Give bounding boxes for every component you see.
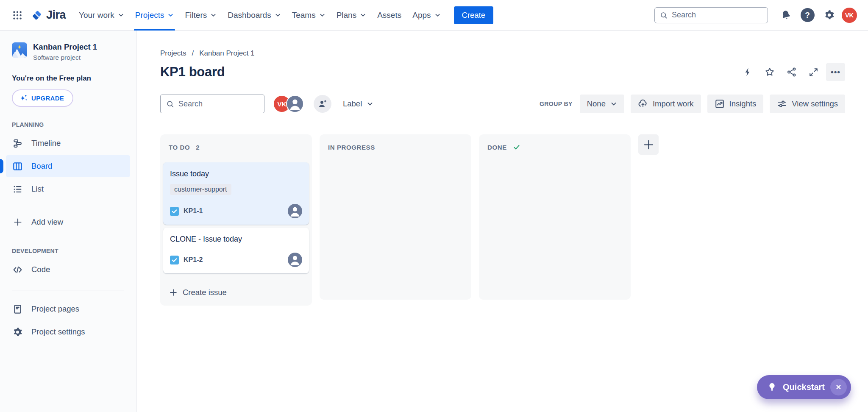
plus-icon bbox=[12, 217, 23, 227]
settings-button[interactable] bbox=[820, 6, 838, 24]
issue-key: KP1-2 bbox=[184, 256, 203, 264]
fullscreen-button[interactable] bbox=[804, 63, 823, 81]
add-view-button[interactable]: Add view bbox=[6, 211, 130, 233]
chevron-down-icon bbox=[367, 100, 373, 107]
share-button[interactable] bbox=[782, 63, 801, 81]
chevron-down-icon bbox=[610, 100, 617, 107]
nav-apps[interactable]: Apps bbox=[407, 0, 446, 31]
sidebar-item-label: Board bbox=[31, 161, 52, 171]
column-name: IN PROGRESS bbox=[328, 144, 375, 151]
add-people-button[interactable] bbox=[314, 95, 331, 113]
kanban-board: TO DO 2 Issue today customer-support KP1… bbox=[160, 134, 845, 306]
nav-projects[interactable]: Projects bbox=[130, 0, 180, 31]
issue-key: KP1-1 bbox=[184, 207, 203, 215]
quickstart-label: Quickstart bbox=[783, 382, 825, 392]
app-switcher-button[interactable] bbox=[8, 6, 26, 24]
global-search-input[interactable] bbox=[672, 11, 763, 19]
sidebar-item-label: Timeline bbox=[31, 139, 61, 148]
jira-logo-text: Jira bbox=[46, 8, 66, 22]
nav-item-label: Projects bbox=[135, 11, 164, 20]
sidebar-item-timeline[interactable]: Timeline bbox=[6, 132, 130, 154]
list-icon bbox=[12, 184, 23, 195]
global-search[interactable] bbox=[654, 7, 768, 23]
view-settings-button[interactable]: View settings bbox=[770, 95, 845, 113]
sidebar-item-list[interactable]: List bbox=[6, 178, 130, 200]
issue-card-kp1-1[interactable]: Issue today customer-support KP1-1 bbox=[163, 162, 309, 225]
automation-button[interactable] bbox=[738, 63, 757, 81]
create-button[interactable]: Create bbox=[454, 6, 494, 24]
search-icon bbox=[166, 100, 175, 109]
notifications-button[interactable] bbox=[777, 6, 795, 24]
assignee-avatar[interactable] bbox=[288, 253, 302, 267]
label-filter-text: Label bbox=[343, 99, 362, 109]
avatar-unassigned[interactable] bbox=[286, 95, 304, 113]
task-type-icon bbox=[170, 256, 179, 264]
column-name: DONE bbox=[487, 144, 507, 151]
jira-logo[interactable]: Jira bbox=[31, 8, 66, 22]
nav-item-label: Dashboards bbox=[228, 11, 271, 20]
done-check-icon bbox=[513, 143, 520, 151]
import-work-button[interactable]: Import work bbox=[631, 95, 701, 113]
assignee-avatar[interactable] bbox=[288, 204, 302, 218]
create-issue-button[interactable]: Create issue bbox=[163, 285, 309, 300]
nav-plans[interactable]: Plans bbox=[331, 0, 372, 31]
label-filter-dropdown[interactable]: Label bbox=[343, 99, 373, 109]
upgrade-label: UPGRADE bbox=[31, 95, 64, 102]
upgrade-button[interactable]: UPGRADE bbox=[12, 89, 73, 107]
breadcrumb-projects[interactable]: Projects bbox=[160, 49, 186, 58]
view-settings-label: View settings bbox=[792, 99, 838, 109]
board-search-input[interactable] bbox=[178, 100, 259, 109]
chevron-down-icon bbox=[118, 12, 124, 18]
board-content: Projects / Kanban Project 1 KP1 board bbox=[136, 31, 868, 412]
nav-filters[interactable]: Filters bbox=[179, 0, 222, 31]
insights-chart-icon bbox=[715, 99, 725, 109]
nav-teams[interactable]: Teams bbox=[287, 0, 331, 31]
card-title: Issue today bbox=[170, 170, 302, 178]
more-actions-button[interactable]: ••• bbox=[826, 63, 845, 81]
breadcrumb-project-name[interactable]: Kanban Project 1 bbox=[199, 49, 254, 58]
close-icon[interactable]: ✕ bbox=[830, 379, 847, 395]
sidebar-item-board[interactable]: Board bbox=[6, 155, 130, 177]
chevron-down-icon bbox=[210, 12, 217, 18]
search-icon bbox=[659, 11, 668, 19]
app-grid-icon bbox=[12, 10, 23, 21]
user-avatar[interactable]: VK bbox=[842, 8, 857, 23]
document-icon bbox=[12, 304, 23, 315]
create-issue-label: Create issue bbox=[183, 288, 227, 297]
label-chip[interactable]: customer-support bbox=[170, 184, 231, 195]
sidebar-item-code[interactable]: Code bbox=[6, 259, 130, 281]
board-search[interactable] bbox=[160, 95, 264, 113]
gear-icon bbox=[823, 9, 835, 21]
sidebar-item-project-settings[interactable]: Project settings bbox=[6, 321, 130, 343]
sidebar-item-label: Code bbox=[31, 265, 50, 274]
planning-section: PLANNING Timeline Board List bbox=[0, 121, 136, 233]
project-avatar bbox=[12, 42, 27, 58]
assignee-filter-avatars: VK bbox=[273, 95, 304, 113]
quickstart-button[interactable]: Quickstart ✕ bbox=[757, 375, 851, 399]
timeline-icon bbox=[12, 138, 23, 149]
help-button[interactable]: ? bbox=[798, 6, 816, 24]
add-column-button[interactable] bbox=[638, 134, 659, 155]
nav-your-work[interactable]: Your work bbox=[73, 0, 130, 31]
star-button[interactable] bbox=[760, 63, 779, 81]
chevron-down-icon bbox=[167, 12, 174, 18]
plan-text: You're on the Free plan bbox=[12, 74, 124, 83]
board-controls: GROUP BY None Import work Insights bbox=[540, 95, 845, 113]
board-column-todo: TO DO 2 Issue today customer-support KP1… bbox=[160, 134, 312, 306]
planning-header: PLANNING bbox=[6, 121, 130, 128]
issue-card-kp1-2[interactable]: CLONE - Issue today KP1-2 bbox=[163, 228, 309, 273]
sidebar-item-label: Project pages bbox=[31, 304, 79, 314]
share-icon bbox=[786, 67, 797, 78]
lightbulb-icon bbox=[767, 382, 777, 393]
nav-assets[interactable]: Assets bbox=[372, 0, 407, 31]
sidebar-item-project-pages[interactable]: Project pages bbox=[6, 298, 130, 320]
group-by-dropdown[interactable]: None bbox=[580, 95, 624, 113]
board-column-done: DONE bbox=[479, 134, 631, 300]
nav-dashboards[interactable]: Dashboards bbox=[222, 0, 286, 31]
card-title: CLONE - Issue today bbox=[170, 235, 302, 244]
sliders-icon bbox=[777, 99, 787, 109]
insights-button[interactable]: Insights bbox=[707, 95, 764, 113]
expand-icon bbox=[808, 67, 819, 78]
nav-item-label: Assets bbox=[377, 11, 401, 20]
project-name: Kanban Project 1 bbox=[33, 42, 97, 52]
